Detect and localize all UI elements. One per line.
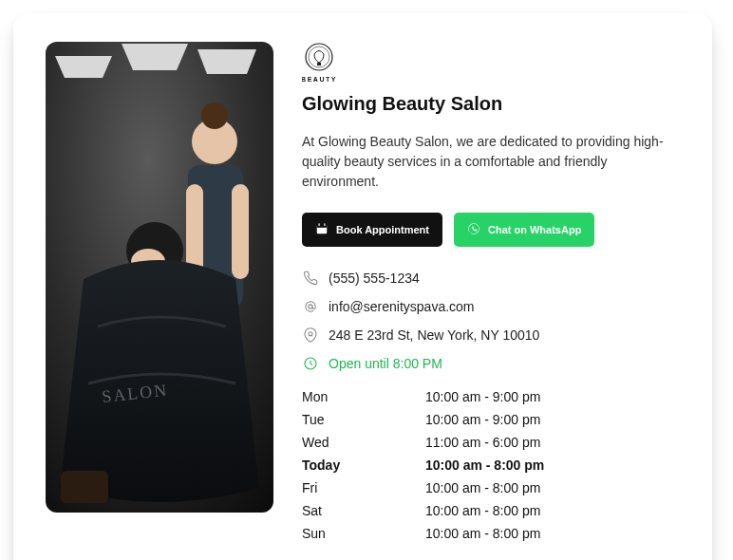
svg-rect-17: [324, 223, 325, 226]
hours-time: 10:00 am - 8:00 pm: [425, 503, 540, 518]
action-buttons: Book Appointment Chat on WhatsApp: [302, 213, 678, 247]
whatsapp-icon: [467, 222, 480, 237]
hours-time: 10:00 am - 8:00 pm: [425, 457, 544, 473]
whatsapp-button-label: Chat on WhatsApp: [488, 224, 581, 235]
map-pin-icon: [302, 327, 319, 344]
address-text: 248 E 23rd St, New York, NY 10010: [329, 327, 539, 343]
phone-icon: [302, 270, 319, 287]
hours-row: Mon10:00 am - 9:00 pm: [302, 389, 678, 404]
status-text: Open until 8:00 PM: [329, 356, 442, 371]
hours-row: Sat10:00 am - 8:00 pm: [302, 503, 678, 518]
hours-row: Tue10:00 am - 9:00 pm: [302, 412, 678, 427]
hours-row: Sun10:00 am - 8:00 pm: [302, 526, 678, 541]
svg-rect-9: [61, 471, 108, 503]
content: BEAUTY Glowing Beauty Salon At Glowing B…: [302, 42, 678, 549]
phone-row[interactable]: (555) 555-1234: [302, 270, 678, 287]
hours-row: Today10:00 am - 8:00 pm: [302, 457, 678, 473]
contact-info: (555) 555-1234 info@serenityspava.com 24…: [302, 270, 678, 372]
svg-rect-16: [319, 223, 320, 226]
open-status-row: Open until 8:00 PM: [302, 355, 678, 372]
hours-day: Fri: [302, 480, 425, 495]
at-icon: [302, 298, 319, 315]
hours-day: Tue: [302, 412, 425, 427]
hours-time: 11:00 am - 6:00 pm: [425, 435, 540, 450]
hours-day: Mon: [302, 389, 425, 404]
svg-rect-12: [317, 63, 321, 65]
svg-rect-5: [232, 184, 249, 279]
svg-point-3: [201, 103, 228, 129]
book-button-label: Book Appointment: [336, 224, 429, 235]
svg-point-20: [309, 332, 312, 336]
clock-icon: [302, 355, 319, 372]
svg-point-19: [309, 305, 312, 308]
svg-point-10: [306, 44, 332, 70]
hours-day: Sun: [302, 526, 425, 541]
hours-day: Wed: [302, 435, 425, 450]
hours-day: Sat: [302, 503, 425, 518]
email-row[interactable]: info@serenityspava.com: [302, 298, 678, 315]
hero-image: SALON: [46, 42, 273, 513]
address-row[interactable]: 248 E 23rd St, New York, NY 10010: [302, 327, 678, 344]
business-description: At Glowing Beauty Salon, we are dedicate…: [302, 132, 678, 192]
calendar-icon: [315, 222, 329, 237]
hours-time: 10:00 am - 8:00 pm: [425, 526, 540, 541]
hours-row: Fri10:00 am - 8:00 pm: [302, 480, 678, 495]
hours-table: Mon10:00 am - 9:00 pmTue10:00 am - 9:00 …: [302, 389, 678, 541]
hours-time: 10:00 am - 9:00 pm: [425, 389, 540, 404]
brand-logo: BEAUTY: [302, 42, 336, 85]
svg-text:BEAUTY: BEAUTY: [302, 76, 336, 83]
email-text: info@serenityspava.com: [329, 299, 475, 314]
business-card: SALON BEAUTY Glowing Beauty Salon At Glo…: [13, 13, 712, 560]
business-title: Glowing Beauty Salon: [302, 93, 678, 115]
book-appointment-button[interactable]: Book Appointment: [302, 213, 442, 247]
hours-time: 10:00 am - 9:00 pm: [425, 412, 540, 427]
svg-rect-15: [317, 225, 328, 228]
hours-row: Wed11:00 am - 6:00 pm: [302, 435, 678, 450]
phone-text: (555) 555-1234: [329, 271, 420, 286]
whatsapp-button[interactable]: Chat on WhatsApp: [454, 213, 594, 247]
hours-time: 10:00 am - 8:00 pm: [425, 480, 540, 495]
hours-day: Today: [302, 457, 425, 473]
